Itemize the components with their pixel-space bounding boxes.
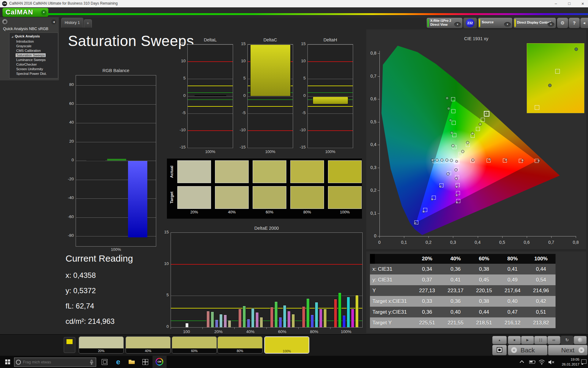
table-value: 0,38: [470, 264, 498, 274]
battery-icon[interactable]: [527, 356, 537, 368]
extra-transport-button[interactable]: [574, 336, 587, 344]
tray-expand-icon[interactable]: [517, 356, 526, 368]
y-tick-label: -5: [234, 110, 246, 115]
x-tick: [478, 236, 478, 238]
back-button[interactable]: « Back: [508, 345, 548, 355]
x-tick: [576, 236, 576, 238]
layout-nav-button[interactable]: [2, 19, 8, 25]
calman-taskbar-icon[interactable]: CM: [153, 356, 167, 368]
continuous-measure-button[interactable]: ∞: [547, 336, 560, 344]
cie-measured-magenta: [455, 185, 458, 188]
delta-e-chart: [171, 232, 363, 328]
tree-expand-icon[interactable]: ◢: [11, 35, 13, 38]
taskbar-clock[interactable]: 19:05 26.01.2017: [554, 357, 579, 367]
minimize-button[interactable]: –: [551, 0, 561, 7]
meter-dropdown[interactable]: X-Rite i1Pro 2Direct View ▼: [427, 18, 462, 28]
gridline: [248, 96, 293, 97]
microphone-icon: [90, 360, 93, 365]
file-explorer-icon[interactable]: [126, 356, 138, 368]
stimulus-swatch-60[interactable]: 60%: [172, 336, 217, 354]
current-reading-fl: fL: 62,74: [66, 302, 94, 310]
stop-button[interactable]: ■: [508, 336, 521, 344]
inset-target-marker: [555, 69, 560, 74]
delta-l-xlabel: 100%: [187, 149, 233, 154]
tab-add-button[interactable]: +: [84, 19, 92, 28]
delta-e-bar: [219, 314, 223, 327]
actual-swatch-100: [328, 160, 362, 183]
current-reading-cdm2: cd/m²: 214,963: [66, 317, 115, 326]
y-tick-label: 5: [158, 293, 169, 297]
y-tick-label: -15: [234, 145, 246, 149]
wifi-icon[interactable]: [537, 356, 546, 368]
y-tick-label: 15: [158, 230, 169, 234]
blank-circle-icon: [578, 338, 582, 342]
start-button[interactable]: [2, 356, 14, 368]
sidebar-item-screen-uniformity[interactable]: Screen Uniformity: [16, 67, 43, 71]
settings-button[interactable]: ⚙: [557, 18, 568, 28]
sidebar-item-luminance-sweeps[interactable]: Luminance Sweeps: [16, 58, 46, 62]
stimulus-swatch-100[interactable]: 100%: [264, 336, 309, 354]
reference-line: [308, 86, 353, 86]
y-tick: [378, 76, 379, 77]
sidebar-collapse-button[interactable]: ◀: [51, 19, 56, 25]
app-grid-icon[interactable]: [139, 356, 151, 368]
y-tick-label: 0: [158, 324, 169, 329]
source-dropdown[interactable]: Source ▼: [478, 18, 512, 28]
stimulus-swatch-80[interactable]: 80%: [217, 336, 262, 354]
delta-e-bar: [255, 312, 259, 327]
table-value: 0,45: [470, 274, 498, 285]
display-control-dropdown[interactable]: Direct Display Control ▼: [514, 18, 556, 28]
sidebar-item-spectral-power-dist[interactable]: Spectral Power Dist.: [16, 72, 47, 75]
action-center-icon[interactable]: [581, 356, 588, 368]
gridline: [308, 79, 353, 79]
search-input[interactable]: [22, 358, 85, 366]
maximize-button[interactable]: □: [564, 0, 575, 7]
y-tick-label: 0,8: [365, 51, 376, 56]
stop-pattern-button[interactable]: [492, 345, 507, 355]
swatch-row-label: Actual: [169, 160, 174, 183]
reference-line: [188, 106, 233, 107]
next-button[interactable]: Next »: [548, 345, 588, 355]
stimulus-swatch-20[interactable]: 20%: [79, 336, 124, 354]
sidebar-item-introduction[interactable]: Introduction: [16, 40, 34, 43]
y-tick-label: -10: [294, 128, 306, 132]
sidebar-item-cms-calibration[interactable]: CMS Calibration: [16, 49, 41, 52]
close-button[interactable]: ×: [578, 0, 588, 7]
sidebar-item-colorchecker[interactable]: ColorChecker: [16, 63, 37, 66]
inset-target-marker: [535, 105, 539, 110]
y-tick-label: 10: [174, 59, 186, 63]
table-value: 0,34: [413, 264, 441, 274]
calman-menu-button[interactable]: CalMAN ▼: [2, 8, 48, 17]
stimulus-swatch-40[interactable]: 40%: [126, 336, 171, 354]
cie-measured-blue: [439, 185, 442, 188]
current-reading-title: Current Reading: [66, 253, 133, 264]
x-tick: [298, 327, 299, 329]
y-tick-label: -5: [294, 110, 306, 115]
back-label: Back: [521, 347, 535, 354]
rainbow-gradient-bar: [48, 13, 588, 15]
plus-icon: +: [87, 21, 89, 25]
x-tick-label: 0,8: [569, 240, 582, 245]
sidebar-item-saturation-sweeps[interactable]: Saturation Sweeps: [16, 53, 46, 57]
refresh-button[interactable]: ↻: [560, 336, 574, 344]
clock-date: 26.01.2017: [554, 362, 579, 367]
edge-browser-icon[interactable]: e: [112, 356, 124, 368]
panel-collapse-button[interactable]: ◀: [580, 18, 588, 28]
sidebar-item-grayscale[interactable]: Grayscale: [16, 44, 32, 48]
table-value: 213,82: [527, 317, 555, 328]
tree-root-item[interactable]: ◢Quick Analysis: [11, 34, 40, 38]
task-view-button[interactable]: [99, 356, 111, 368]
y-tick-label: 0: [174, 93, 186, 98]
single-measure-button[interactable]: [·]: [534, 336, 547, 344]
y-tick-label: -60: [61, 214, 74, 219]
play-button[interactable]: ▶: [521, 336, 534, 344]
y-tick-label: -80: [61, 233, 74, 238]
help-button[interactable]: ?: [569, 18, 580, 28]
tab-history-1[interactable]: History 1: [61, 18, 83, 28]
panel-up-button[interactable]: ▲: [492, 336, 507, 344]
swatch-label: 80%: [218, 348, 262, 353]
table-header-20: 20%: [413, 254, 441, 264]
stimulus-preview-button[interactable]: [64, 337, 75, 353]
taskbar-search[interactable]: [14, 358, 96, 367]
table-header-row: 20%40%60%80%100%: [370, 254, 556, 264]
